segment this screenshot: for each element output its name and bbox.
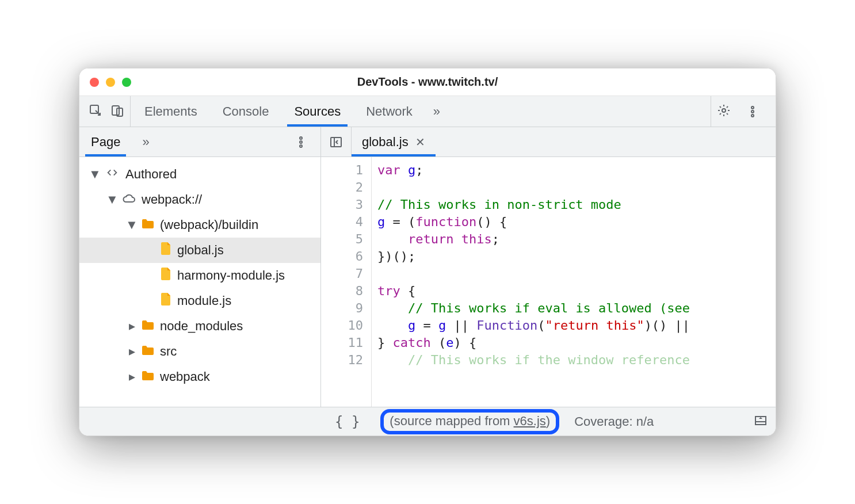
tree-label: module.js — [177, 293, 231, 308]
folder-icon — [142, 319, 154, 334]
tree-file-harmony-module[interactable]: ▸ harmony-module.js — [79, 263, 320, 288]
navigator-more-tabs[interactable]: » — [134, 135, 157, 150]
svg-point-6 — [751, 114, 754, 117]
tree-folder-webpack[interactable]: ▸ webpack — [79, 364, 320, 390]
navigator-menu-icon[interactable] — [289, 135, 312, 149]
code-content: var g;// This works in non-strict modeg … — [372, 157, 776, 407]
toggle-navigator-icon[interactable] — [321, 127, 352, 156]
window-close-button[interactable] — [90, 78, 99, 87]
tree-folder-src[interactable]: ▸ src — [79, 339, 320, 364]
tab-elements[interactable]: Elements — [132, 96, 210, 127]
window-zoom-button[interactable] — [122, 78, 131, 87]
tree-label: webpack — [160, 369, 210, 384]
tab-network[interactable]: Network — [353, 96, 425, 127]
window-titlebar: DevTools - www.twitch.tv/ — [79, 68, 776, 96]
tab-sources[interactable]: Sources — [281, 96, 353, 127]
inspect-element-icon[interactable] — [89, 104, 102, 120]
navigator-tab-page[interactable]: Page — [87, 127, 124, 156]
svg-point-3 — [722, 109, 726, 112]
tree-label: webpack:// — [142, 192, 202, 207]
file-icon — [161, 293, 171, 309]
more-tabs-button[interactable]: » — [425, 96, 448, 127]
folder-icon — [142, 217, 154, 232]
window-minimize-button[interactable] — [106, 78, 115, 87]
file-icon — [161, 268, 171, 284]
svg-point-7 — [300, 137, 302, 139]
tree-label: src — [160, 344, 177, 359]
tree-root-authored[interactable]: ▼ Authored — [79, 162, 320, 187]
status-bar: { } (source mapped from v6s.js) Coverage… — [79, 407, 776, 436]
tree-label: Authored — [125, 167, 177, 182]
source-mapped-suffix: ) — [546, 414, 550, 428]
source-mapped-prefix: (source mapped from — [390, 414, 513, 428]
tree-origin-webpack[interactable]: ▼ webpack:// — [79, 187, 320, 212]
folder-icon — [142, 344, 154, 359]
settings-icon[interactable] — [717, 104, 731, 120]
kebab-menu-icon[interactable] — [741, 105, 764, 119]
file-icon — [161, 242, 171, 258]
svg-point-4 — [751, 106, 754, 109]
devtools-tabbar: Elements Console Sources Network » — [79, 96, 776, 127]
svg-point-9 — [300, 145, 302, 147]
tree-label: (webpack)/buildin — [160, 217, 258, 232]
devtools-window: DevTools - www.twitch.tv/ Elements Conso… — [79, 68, 776, 436]
code-icon — [105, 166, 120, 182]
toggle-drawer-icon[interactable] — [754, 414, 768, 430]
svg-rect-1 — [112, 106, 119, 115]
pretty-print-icon[interactable]: { } — [329, 414, 365, 430]
toggle-device-icon[interactable] — [110, 104, 124, 120]
svg-point-8 — [300, 141, 302, 143]
file-tree: ▼ Authored ▼ webpack:// ▼ ( — [79, 157, 321, 407]
tab-console[interactable]: Console — [210, 96, 282, 127]
tree-label: global.js — [177, 243, 224, 258]
tree-folder-buildin[interactable]: ▼ (webpack)/buildin — [79, 212, 320, 238]
window-title: DevTools - www.twitch.tv/ — [79, 75, 776, 89]
close-tab-icon[interactable]: ✕ — [415, 135, 425, 149]
svg-point-5 — [751, 110, 754, 113]
tree-label: node_modules — [160, 319, 243, 334]
editor-tab-label: global.js — [362, 135, 409, 150]
tree-file-global-js[interactable]: ▸ global.js — [79, 238, 320, 263]
tree-label: harmony-module.js — [177, 268, 285, 283]
editor-tab-global-js[interactable]: global.js ✕ — [352, 127, 436, 156]
tree-file-module-js[interactable]: ▸ module.js — [79, 288, 320, 314]
coverage-indicator: Coverage: n/a — [574, 414, 654, 429]
folder-icon — [142, 369, 154, 384]
tree-folder-node-modules[interactable]: ▸ node_modules — [79, 314, 320, 339]
code-editor[interactable]: 123456789101112 var g;// This works in n… — [321, 157, 776, 407]
sources-subbar: Page » global.js ✕ — [79, 127, 776, 157]
line-gutter: 123456789101112 — [321, 157, 372, 407]
cloud-icon — [122, 192, 136, 207]
source-mapped-link[interactable]: v6s.js — [514, 414, 546, 428]
source-mapped-indicator[interactable]: (source mapped from v6s.js) — [380, 409, 559, 434]
